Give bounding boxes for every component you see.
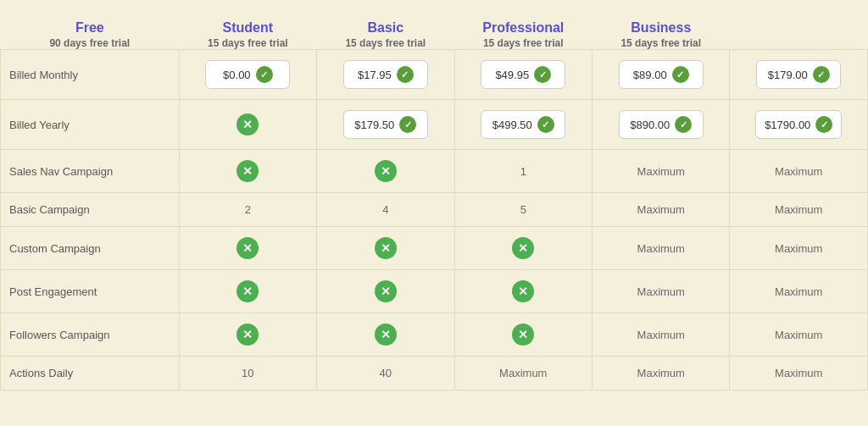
feature-label: Basic Campaign xyxy=(1,193,180,227)
cell-text: 5 xyxy=(520,203,526,216)
price-box[interactable]: $499.50 ✓ xyxy=(481,110,565,139)
price-box[interactable]: $0.00 ✓ xyxy=(205,60,290,89)
price-box[interactable]: $89.00 ✓ xyxy=(619,60,704,89)
cell-r6-c3: Maximum xyxy=(593,313,730,357)
plan-trial: 15 days free trial xyxy=(454,37,592,49)
price-value: $179.00 xyxy=(768,69,808,81)
x-icon: ✕ xyxy=(512,237,534,259)
plan-header-business: Business 15 days free trial xyxy=(593,20,730,50)
cell-r6-c1: ✕ xyxy=(317,313,454,357)
price-value: $499.50 xyxy=(492,119,532,131)
plan-name: Free xyxy=(1,20,180,36)
price-value: $1790.00 xyxy=(765,119,810,131)
pricing-table: Free 90 days free trial Student 15 days … xyxy=(0,0,868,390)
x-icon: ✕ xyxy=(236,160,259,182)
check-icon: ✓ xyxy=(672,66,689,83)
cell-r0-c2[interactable]: $49.95 ✓ xyxy=(454,50,592,100)
cell-text: Maximum xyxy=(637,367,685,379)
feature-label: Custom Campaign xyxy=(1,227,180,270)
cell-text: Maximum xyxy=(637,285,685,298)
cell-r2-c1: ✕ xyxy=(317,150,454,193)
cell-r6-c0: ✕ xyxy=(179,313,316,357)
cell-r3-c2: 5 xyxy=(454,193,592,227)
price-value: $179.50 xyxy=(354,119,394,131)
cell-r0-c4[interactable]: $179.00 ✓ xyxy=(730,50,868,100)
cell-r5-c0: ✕ xyxy=(179,270,316,313)
cell-text: 1 xyxy=(520,165,526,178)
table-row: Followers Campaign✕✕✕MaximumMaximum xyxy=(1,313,868,357)
cell-r5-c4: Maximum xyxy=(730,270,868,313)
cell-r7-c0: 10 xyxy=(179,357,316,390)
plan-name: Professional xyxy=(454,20,592,36)
x-icon: ✕ xyxy=(375,324,397,346)
cell-text: Maximum xyxy=(637,329,685,341)
cell-r1-c2[interactable]: $499.50 ✓ xyxy=(454,100,592,150)
price-box[interactable]: $17.95 ✓ xyxy=(343,60,428,89)
price-value: $49.95 xyxy=(495,69,529,81)
feature-label: Billed Yearly xyxy=(1,100,180,150)
check-icon: ✓ xyxy=(813,66,830,83)
cell-text: 4 xyxy=(382,203,388,216)
x-icon: ✕ xyxy=(236,324,259,346)
table-row: Sales Nav Campaign✕✕1MaximumMaximum xyxy=(1,150,868,193)
plan-header-professional: Professional 15 days free trial xyxy=(454,20,592,50)
cell-text: Maximum xyxy=(775,165,822,178)
cell-r3-c4: Maximum xyxy=(730,193,868,227)
cell-r7-c3: Maximum xyxy=(593,357,730,390)
check-icon: ✓ xyxy=(397,66,414,83)
price-value: $890.00 xyxy=(630,119,670,131)
cell-r5-c3: Maximum xyxy=(593,270,730,313)
price-box[interactable]: $1790.00 ✓ xyxy=(755,110,842,139)
plan-header-free: Free 90 days free trial xyxy=(1,20,180,50)
price-box[interactable]: $890.00 ✓ xyxy=(619,110,704,139)
cell-text: Maximum xyxy=(775,203,822,216)
feature-label: Sales Nav Campaign xyxy=(1,150,180,193)
check-icon: ✓ xyxy=(534,66,551,83)
cell-r0-c3[interactable]: $89.00 ✓ xyxy=(593,50,730,100)
x-icon: ✕ xyxy=(375,237,397,259)
cell-r2-c3: Maximum xyxy=(593,150,730,193)
cell-text: Maximum xyxy=(775,242,822,255)
plan-trial: 15 days free trial xyxy=(593,37,730,49)
cell-r4-c4: Maximum xyxy=(730,227,868,270)
cell-r0-c1[interactable]: $17.95 ✓ xyxy=(317,50,454,100)
check-icon: ✓ xyxy=(399,116,416,133)
check-icon: ✓ xyxy=(256,66,273,83)
cell-r1-c3[interactable]: $890.00 ✓ xyxy=(593,100,730,150)
cell-text: Maximum xyxy=(775,367,822,379)
cell-r1-c0: ✕ xyxy=(179,100,316,150)
price-value: $17.95 xyxy=(358,69,392,81)
price-box[interactable]: $179.50 ✓ xyxy=(343,110,428,139)
plan-name: Basic xyxy=(317,20,454,36)
cell-text: 10 xyxy=(242,367,253,379)
cell-r7-c2: Maximum xyxy=(454,357,592,390)
plan-name: Business xyxy=(593,20,730,36)
feature-header-empty xyxy=(1,0,180,20)
price-box[interactable]: $49.95 ✓ xyxy=(481,60,565,89)
plan-header-student: Student 15 days free trial xyxy=(179,20,316,50)
x-icon: ✕ xyxy=(375,160,397,182)
cell-r2-c0: ✕ xyxy=(179,150,316,193)
cell-text: Maximum xyxy=(637,165,685,178)
x-icon: ✕ xyxy=(512,280,534,302)
check-icon: ✓ xyxy=(537,116,554,133)
table-row: Billed Yearly✕ $179.50 ✓ $499.50 ✓ $890.… xyxy=(1,100,868,150)
price-box[interactable]: $179.00 ✓ xyxy=(756,60,841,89)
cell-r7-c4: Maximum xyxy=(730,357,868,390)
table-row: Actions Daily1040MaximumMaximumMaximum xyxy=(1,357,868,390)
cell-text: 2 xyxy=(245,203,251,216)
cell-r0-c0[interactable]: $0.00 ✓ xyxy=(179,50,316,100)
plan-trial: 15 days free trial xyxy=(317,37,454,49)
cell-text: Maximum xyxy=(637,242,685,255)
table-row: Post Engagement✕✕✕MaximumMaximum xyxy=(1,270,868,313)
cell-r1-c1[interactable]: $179.50 ✓ xyxy=(317,100,454,150)
feature-label: Followers Campaign xyxy=(1,313,180,357)
cell-r4-c0: ✕ xyxy=(179,227,316,270)
cell-text: Maximum xyxy=(637,203,685,216)
cell-r2-c4: Maximum xyxy=(730,150,868,193)
cell-r5-c1: ✕ xyxy=(317,270,454,313)
cell-r1-c4[interactable]: $1790.00 ✓ xyxy=(730,100,868,150)
cell-text: Maximum xyxy=(775,285,822,298)
check-icon: ✓ xyxy=(815,116,832,133)
x-icon: ✕ xyxy=(512,324,534,346)
